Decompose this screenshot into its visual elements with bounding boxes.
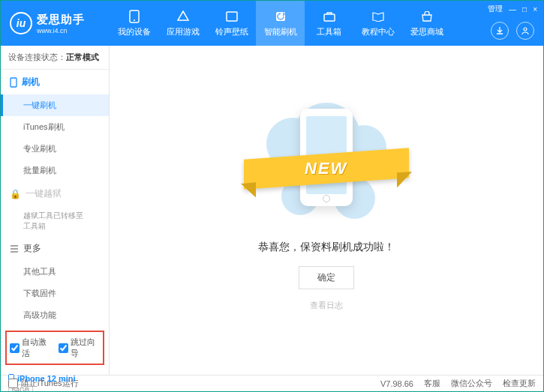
nav-store[interactable]: 爱思商城: [402, 1, 451, 46]
auto-activate-checkbox[interactable]: 自动激活: [10, 337, 51, 359]
close-button[interactable]: ×: [533, 5, 537, 13]
svg-rect-6: [11, 78, 17, 87]
download-icon[interactable]: [491, 22, 509, 40]
wechat-link[interactable]: 微信公众号: [451, 378, 492, 389]
sidebar-item-pro[interactable]: 专业刷机: [1, 138, 109, 160]
user-icon[interactable]: [516, 22, 534, 40]
refresh-icon: [274, 10, 287, 23]
logo-icon: iu: [10, 12, 32, 34]
store-icon: [420, 10, 434, 23]
connection-status: 设备连接状态：正常模式: [1, 46, 109, 70]
phone-icon: [10, 77, 17, 88]
toolbox-icon: [323, 10, 336, 23]
device-icon: [128, 10, 141, 23]
nav-toolbox[interactable]: 工具箱: [305, 1, 353, 46]
main-content: NEW 恭喜您，保资料刷机成功啦！ 确定 查看日志: [110, 46, 543, 375]
sidebar: 设备连接状态：正常模式 刷机 一键刷机 iTunes刷机 专业刷机 批量刷机 🔒…: [1, 46, 110, 375]
minimize-button[interactable]: —: [509, 5, 516, 13]
nav-tutorials[interactable]: 教程中心: [353, 1, 402, 46]
sidebar-flash-head[interactable]: 刷机: [1, 70, 109, 94]
apps-icon: [176, 10, 190, 23]
service-link[interactable]: 客服: [424, 378, 440, 389]
sidebar-item-othertools[interactable]: 其他工具: [1, 261, 109, 283]
sidebar-item-advanced[interactable]: 高级功能: [1, 304, 109, 326]
jailbreak-note: 越狱工具已转移至工具箱: [1, 206, 109, 236]
sidebar-item-batch[interactable]: 批量刷机: [1, 160, 109, 181]
sidebar-item-download-fw[interactable]: 下载固件: [1, 283, 109, 304]
nav-apps[interactable]: 应用游戏: [158, 1, 207, 46]
brand-url: www.i4.cn: [37, 27, 85, 34]
sidebar-jailbreak[interactable]: 🔒 一键越狱: [1, 181, 109, 206]
manage-button[interactable]: 管理: [488, 4, 503, 14]
sidebar-item-oneclick[interactable]: 一键刷机: [1, 94, 109, 116]
book-icon: [371, 10, 385, 23]
options-box: 自动激活 跳过向导: [5, 331, 104, 365]
sidebar-item-itunes[interactable]: iTunes刷机: [1, 116, 109, 138]
svg-point-1: [134, 19, 135, 21]
brand-name: 爱思助手: [37, 13, 85, 27]
ribbon-text: NEW: [305, 159, 347, 178]
update-link[interactable]: 检查更新: [503, 378, 536, 389]
success-message: 恭喜您，保资料刷机成功啦！: [258, 241, 395, 254]
maximize-button[interactable]: □: [522, 5, 527, 13]
main-nav: 我的设备 应用游戏 铃声壁纸 智能刷机 工具箱 教程中心 爱思商城: [110, 1, 451, 46]
svg-rect-2: [227, 12, 237, 21]
view-log-link[interactable]: 查看日志: [310, 300, 343, 311]
menu-icon: [10, 245, 19, 253]
block-itunes-checkbox[interactable]: 阻止iTunes运行: [8, 378, 79, 389]
version-label: V7.98.66: [380, 379, 413, 388]
lock-icon: 🔒: [10, 189, 21, 199]
window-controls: 管理 — □ ×: [488, 4, 537, 14]
nav-ringtones[interactable]: 铃声壁纸: [207, 1, 256, 46]
success-illustration: NEW: [259, 95, 394, 223]
svg-rect-4: [324, 14, 335, 21]
svg-point-5: [524, 28, 527, 31]
nav-my-device[interactable]: 我的设备: [110, 1, 158, 46]
wallpaper-icon: [225, 10, 239, 23]
skip-guide-checkbox[interactable]: 跳过向导: [59, 337, 100, 359]
ok-button[interactable]: 确定: [299, 266, 354, 289]
nav-flash[interactable]: 智能刷机: [256, 1, 305, 46]
app-header: iu 爱思助手 www.i4.cn 我的设备 应用游戏 铃声壁纸 智能刷机 工具…: [1, 1, 543, 46]
logo: iu 爱思助手 www.i4.cn: [1, 12, 110, 34]
sidebar-more-head[interactable]: 更多: [1, 236, 109, 261]
